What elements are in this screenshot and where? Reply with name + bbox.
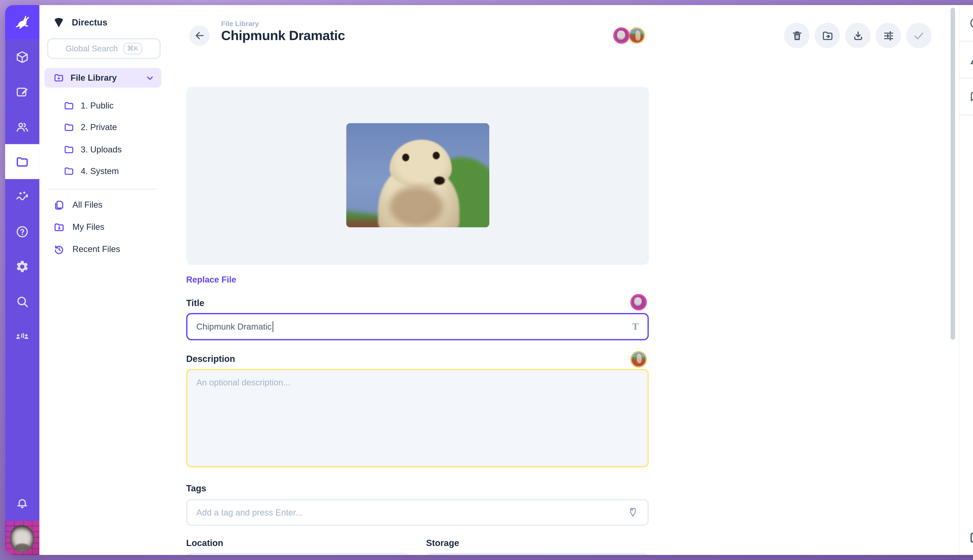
- project-header[interactable]: Directus: [39, 5, 166, 28]
- title-editing-avatar[interactable]: [630, 294, 647, 310]
- description-editing-avatar[interactable]: [630, 351, 647, 368]
- module-editor[interactable]: [5, 74, 39, 109]
- sidebar-folder-uploads[interactable]: 3. Uploads: [39, 138, 166, 160]
- folder-icon: [15, 155, 29, 168]
- project-name: Directus: [72, 17, 107, 27]
- sidebar-item-recent-files[interactable]: Recent Files: [39, 238, 166, 260]
- form-column: Replace File Title Chipmunk Dramatic T D…: [186, 87, 649, 555]
- page-header: File Library Chipmunk Dramatic: [167, 5, 951, 71]
- breadcrumb[interactable]: File Library: [221, 20, 345, 27]
- insights-icon: [15, 190, 29, 203]
- notifications-button[interactable]: [5, 486, 39, 520]
- sidebar-folder-public[interactable]: 1. Public: [39, 95, 166, 117]
- cube-icon: [15, 50, 29, 64]
- main-content: File Library Chipmunk Dramatic: [167, 5, 951, 555]
- folder-label: 2. Private: [81, 123, 117, 132]
- history-icon: [53, 243, 65, 255]
- bell-icon: [15, 497, 29, 510]
- sidebar-item-label: My Files: [72, 222, 104, 232]
- users-icon: [15, 120, 29, 134]
- tags-label-row: Tags: [186, 483, 649, 493]
- storage-field-group: Storage: [426, 537, 649, 555]
- title-input-value: Chipmunk Dramatic: [196, 322, 272, 332]
- folder-label: 1. Public: [81, 101, 114, 110]
- module-bar: [5, 5, 39, 555]
- sidebar-item-my-files[interactable]: My Files: [39, 216, 166, 238]
- back-button[interactable]: [189, 25, 210, 46]
- move-to-folder-button[interactable]: [814, 23, 840, 48]
- title-block: File Library Chipmunk Dramatic: [221, 20, 345, 43]
- page-title: Chipmunk Dramatic: [221, 28, 345, 43]
- description-field-label: Description: [186, 354, 235, 364]
- directus-rabbit-logo[interactable]: [5, 5, 39, 39]
- download-button[interactable]: [845, 23, 871, 48]
- file-preview-panel[interactable]: [186, 87, 649, 265]
- sidebar-tab-revisions[interactable]: 1: [960, 42, 973, 79]
- global-search-input[interactable]: Global Search ⌘K: [47, 38, 161, 59]
- sidebar-tab-activity[interactable]: [960, 521, 973, 555]
- module-insights[interactable]: [5, 179, 39, 214]
- sidebar-folder-private[interactable]: 2. Private: [39, 117, 166, 138]
- tag-icon: [627, 507, 639, 518]
- tune-button[interactable]: [876, 23, 901, 48]
- sidebar-tab-info[interactable]: [960, 5, 973, 42]
- app-window: Directus Global Search ⌘K File Library 1…: [5, 5, 973, 555]
- sidebar-item-all-files[interactable]: All Files: [39, 194, 166, 216]
- avatar-photo: [5, 521, 39, 555]
- chipmunk-image[interactable]: [346, 123, 490, 227]
- title-field-label: Title: [186, 298, 204, 308]
- replace-file-link[interactable]: Replace File: [186, 275, 236, 285]
- chevron-down-icon[interactable]: [145, 73, 155, 83]
- folder-icon: [64, 100, 75, 111]
- sidebar-tab-comments[interactable]: [960, 79, 973, 115]
- people-voices-icon: [15, 329, 29, 343]
- gear-icon: [15, 259, 29, 273]
- module-users[interactable]: [5, 109, 39, 144]
- presence-avatars: [613, 27, 645, 44]
- sidebar-item-label: File Library: [70, 73, 138, 83]
- download-icon: [852, 30, 864, 42]
- location-input[interactable]: [186, 553, 409, 555]
- search-icon: [15, 294, 29, 308]
- folder-icon: [64, 166, 75, 177]
- module-help[interactable]: [5, 214, 39, 249]
- vertical-scrollbar[interactable]: [951, 8, 955, 340]
- sidebar-item-label: All Files: [72, 200, 102, 210]
- trash-icon: [791, 30, 803, 42]
- header-actions: [784, 23, 931, 48]
- help-icon: [15, 224, 29, 238]
- module-search[interactable]: [5, 284, 39, 319]
- presence-avatar-chipmunk[interactable]: [629, 27, 645, 44]
- save-button[interactable]: [906, 23, 931, 48]
- global-search-placeholder: Global Search: [65, 44, 118, 53]
- tags-input[interactable]: [196, 508, 627, 517]
- project-diamond-icon: [52, 16, 65, 28]
- title-type-icon: T: [632, 321, 639, 332]
- folder-icon: [64, 122, 75, 133]
- scroll-region[interactable]: Replace File Title Chipmunk Dramatic T D…: [167, 71, 951, 555]
- sidebar-item-file-library[interactable]: File Library: [45, 68, 162, 88]
- title-input[interactable]: Chipmunk Dramatic T: [186, 313, 649, 340]
- module-community[interactable]: [5, 319, 39, 354]
- folder-icon: [64, 144, 75, 155]
- module-content[interactable]: [5, 39, 39, 74]
- storage-input-disabled: [426, 553, 649, 555]
- check-icon: [913, 29, 925, 42]
- delete-button[interactable]: [784, 23, 809, 48]
- module-file-library[interactable]: [5, 144, 39, 179]
- folder-person-icon: [53, 221, 65, 233]
- presence-avatar-user[interactable]: [613, 27, 630, 44]
- sidebar-folder-system[interactable]: 4. System: [39, 160, 166, 182]
- clipboard-clock-icon: [968, 531, 973, 545]
- nav-sidebar: Directus Global Search ⌘K File Library 1…: [39, 5, 167, 555]
- folder-label: 3. Uploads: [81, 145, 122, 154]
- right-sidebar: 1: [959, 5, 973, 555]
- info-icon: [969, 16, 973, 30]
- description-textarea[interactable]: [186, 369, 649, 467]
- module-settings[interactable]: [5, 249, 39, 284]
- edit-icon: [15, 85, 29, 99]
- current-user-avatar[interactable]: [5, 521, 39, 555]
- storage-field-label: Storage: [426, 538, 459, 548]
- tags-field[interactable]: [186, 499, 649, 526]
- copies-icon: [53, 199, 65, 211]
